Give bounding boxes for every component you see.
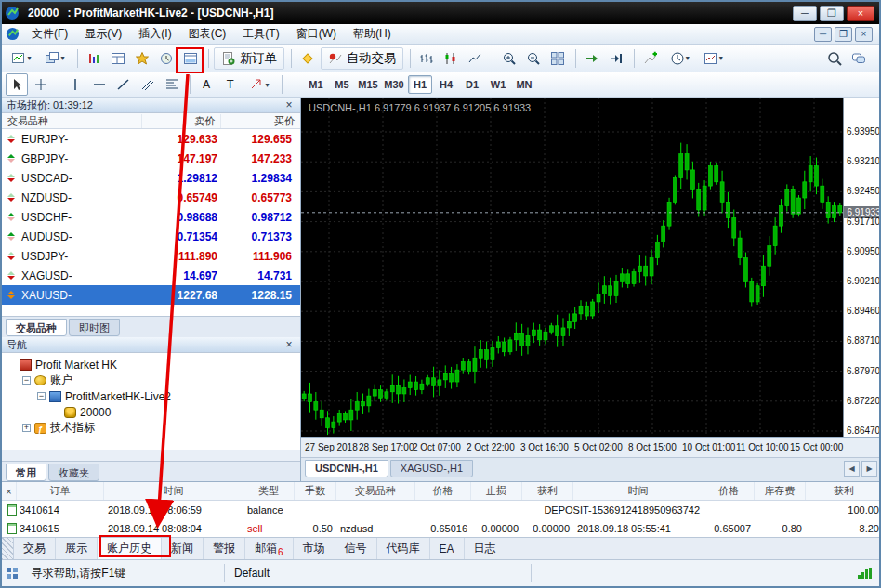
terminal-column-4[interactable]: 交易品种 bbox=[336, 482, 415, 500]
terminal-close-button[interactable]: × bbox=[2, 482, 17, 500]
connection-status-icon[interactable] bbox=[857, 567, 881, 580]
menu-item-6[interactable]: 帮助(H) bbox=[345, 24, 400, 44]
mdi-close-button[interactable]: × bbox=[855, 27, 873, 42]
metaeditor-button[interactable] bbox=[296, 47, 319, 70]
trendline-button[interactable] bbox=[112, 73, 135, 96]
line-chart-button[interactable] bbox=[464, 47, 486, 70]
menu-item-3[interactable]: 图表(C) bbox=[180, 24, 235, 44]
vertical-line-button[interactable] bbox=[64, 73, 86, 96]
tree-item-coins[interactable]: −账户 bbox=[2, 372, 300, 388]
strategy-tester-button[interactable] bbox=[155, 47, 178, 70]
mdi-restore-button[interactable]: ❐ bbox=[835, 27, 852, 42]
terminal-column-11[interactable]: 获利 bbox=[806, 482, 881, 500]
timeframe-w1[interactable]: W1 bbox=[486, 75, 510, 94]
terminal-column-6[interactable]: 止损 bbox=[471, 482, 522, 500]
terminal-tab-0[interactable]: 交易 bbox=[14, 538, 56, 559]
close-button[interactable]: × bbox=[847, 6, 874, 21]
chat-button[interactable] bbox=[848, 47, 870, 70]
restore-button[interactable]: ❐ bbox=[820, 6, 844, 21]
column-ask[interactable]: 买价 bbox=[220, 114, 300, 128]
tab-symbols[interactable]: 交易品种 bbox=[6, 319, 67, 336]
indicators-button[interactable] bbox=[639, 47, 662, 70]
market-watch-row[interactable]: GBPJPY-147.197147.233 bbox=[2, 149, 300, 168]
data-window-button[interactable] bbox=[107, 47, 129, 70]
terminal-column-9[interactable]: 价格 bbox=[703, 482, 755, 500]
templates-button[interactable]: ▾ bbox=[697, 47, 729, 70]
new-chart-button[interactable]: ▾ bbox=[6, 47, 37, 70]
terminal-tab-1[interactable]: 展示 bbox=[56, 538, 98, 559]
market-watch-row[interactable]: NZDUSD-0.657490.65773 bbox=[2, 188, 300, 207]
timeframe-mn[interactable]: MN bbox=[512, 75, 536, 94]
terminal-tab-6[interactable]: 市场 bbox=[294, 538, 335, 559]
timeframe-m5[interactable]: M5 bbox=[330, 75, 354, 94]
market-watch-row[interactable]: EURJPY-129.633129.655 bbox=[2, 129, 300, 149]
zoom-in-button[interactable] bbox=[498, 47, 520, 70]
market-watch-row[interactable]: XAGUSD-14.69714.731 bbox=[2, 266, 300, 285]
market-watch-row[interactable]: USDJPY-111.890111.906 bbox=[2, 246, 300, 266]
tab-common[interactable]: 常用 bbox=[6, 464, 46, 481]
market-watch-row[interactable]: XAUUSD-1227.681228.15 bbox=[2, 285, 300, 305]
price-chart[interactable] bbox=[301, 98, 843, 437]
search-button[interactable] bbox=[823, 47, 846, 70]
terminal-tab-2[interactable]: 账户历史 bbox=[98, 538, 162, 559]
channel-button[interactable] bbox=[137, 73, 159, 96]
profiles-button[interactable]: ▾ bbox=[39, 47, 71, 70]
text-label-button[interactable]: T bbox=[219, 73, 242, 96]
menu-item-4[interactable]: 工具(T) bbox=[234, 24, 287, 44]
menu-item-0[interactable]: 文件(F) bbox=[23, 24, 76, 44]
timeframe-d1[interactable]: D1 bbox=[460, 75, 484, 94]
tree-expander-icon[interactable]: + bbox=[22, 424, 31, 432]
terminal-column-0[interactable]: 订单 bbox=[17, 482, 104, 500]
terminal-grip[interactable] bbox=[2, 538, 14, 559]
terminal-row[interactable]: 34106142018.09.14 08:06:59balanceDEPOSIT… bbox=[2, 501, 881, 519]
arrows-shapes-button[interactable]: ▾ bbox=[243, 73, 275, 96]
tree-item-book[interactable]: Profit Market HK bbox=[2, 357, 300, 372]
periods-button[interactable]: ▾ bbox=[664, 47, 695, 70]
auto-scroll-button[interactable] bbox=[581, 47, 603, 70]
menu-item-1[interactable]: 显示(V) bbox=[76, 24, 130, 44]
timeframe-m1[interactable]: M1 bbox=[304, 75, 328, 94]
cursor-button[interactable] bbox=[6, 73, 28, 96]
terminal-column-5[interactable]: 价格 bbox=[415, 482, 471, 500]
new-order-button[interactable]: 新订单 bbox=[214, 47, 284, 70]
terminal-column-7[interactable]: 获利 bbox=[522, 482, 573, 500]
menu-item-2[interactable]: 插入(I) bbox=[130, 24, 179, 44]
scroll-left-button[interactable]: ◀ bbox=[844, 461, 860, 477]
terminal-row[interactable]: 34106152018.09.14 08:08:04sell0.50nzdusd… bbox=[2, 519, 881, 538]
timeframe-h1[interactable]: H1 bbox=[408, 75, 432, 94]
chart-tab-xagusd[interactable]: XAGUSD-,H1 bbox=[390, 460, 473, 477]
terminal-column-8[interactable]: 时间 bbox=[573, 482, 703, 500]
navigator-button[interactable] bbox=[131, 47, 153, 70]
market-watch-row[interactable]: USDCHF-0.986880.98712 bbox=[2, 207, 300, 227]
timeframe-m15[interactable]: M15 bbox=[356, 75, 380, 94]
horizontal-line-button[interactable] bbox=[88, 73, 111, 96]
column-symbol[interactable]: 交易品种 bbox=[2, 114, 141, 128]
time-axis[interactable]: 27 Sep 201828 Sep 17:002 Oct 07:002 Oct … bbox=[301, 437, 881, 457]
mdi-minimize-button[interactable]: ─ bbox=[814, 27, 832, 42]
scroll-right-button[interactable]: ▶ bbox=[861, 461, 877, 477]
chart-shift-button[interactable] bbox=[605, 47, 627, 70]
tree-item-server[interactable]: −ProfitMarketHK-Live2 bbox=[2, 388, 300, 404]
terminal-tab-7[interactable]: 信号 bbox=[335, 538, 377, 559]
tree-expander-icon[interactable]: − bbox=[37, 392, 46, 400]
price-axis[interactable]: 6.91933 6.939506.932106.924506.917106.90… bbox=[843, 98, 881, 437]
tab-favorites[interactable]: 收藏夹 bbox=[48, 464, 99, 481]
terminal-tab-8[interactable]: 代码库 bbox=[377, 538, 430, 559]
fibonacci-button[interactable] bbox=[161, 73, 183, 96]
terminal-tab-3[interactable]: 新闻 bbox=[162, 538, 204, 559]
text-button[interactable]: A bbox=[195, 73, 217, 96]
close-icon[interactable]: × bbox=[283, 99, 296, 111]
column-bid[interactable]: 卖价 bbox=[141, 114, 221, 128]
minimize-button[interactable]: ─ bbox=[793, 6, 817, 21]
crosshair-button[interactable] bbox=[30, 73, 52, 96]
close-icon[interactable]: × bbox=[283, 339, 296, 350]
tile-windows-button[interactable] bbox=[546, 47, 569, 70]
market-watch-button[interactable] bbox=[83, 47, 105, 70]
timeframe-h4[interactable]: H4 bbox=[434, 75, 458, 94]
zoom-out-button[interactable] bbox=[522, 47, 545, 70]
chart-tab-usdcnh[interactable]: USDCNH-,H1 bbox=[305, 460, 388, 477]
status-profile[interactable]: Default bbox=[225, 564, 532, 582]
tab-tick-chart[interactable]: 即时图 bbox=[69, 319, 120, 336]
terminal-column-1[interactable]: 时间 bbox=[104, 482, 243, 500]
timeframe-m30[interactable]: M30 bbox=[382, 75, 406, 94]
